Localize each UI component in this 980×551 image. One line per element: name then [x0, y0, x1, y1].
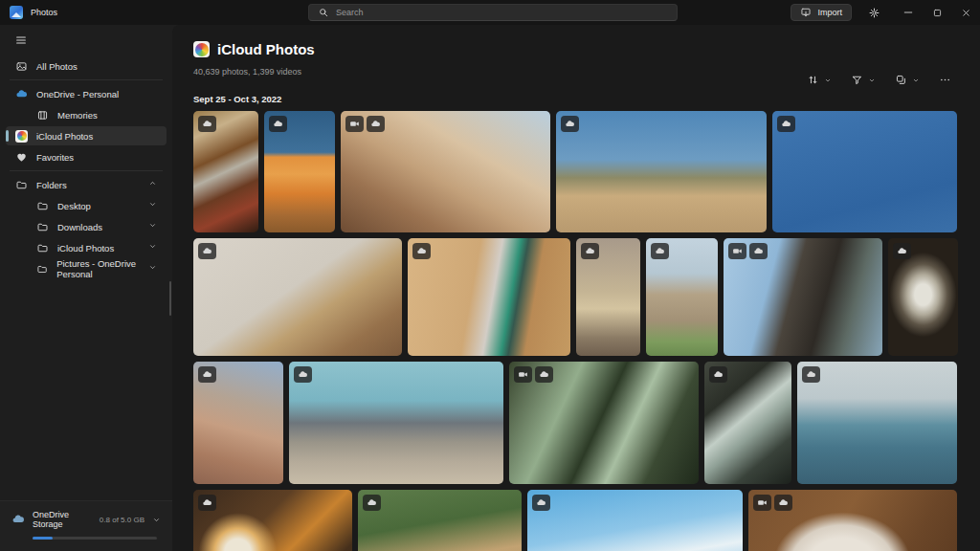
photo-thumbnail[interactable] — [797, 362, 957, 484]
sidebar-divider — [10, 79, 163, 80]
sidebar-item-desktop[interactable]: Desktop — [6, 196, 167, 215]
chevron-down-icon — [912, 77, 920, 84]
cloud-icon — [713, 369, 724, 380]
chevron-down-icon[interactable] — [148, 263, 157, 272]
import-button[interactable]: Import — [791, 4, 852, 21]
navigation-menu-button[interactable] — [8, 29, 34, 52]
sidebar-item-folders[interactable]: Folders — [6, 175, 167, 194]
photo-thumbnail[interactable] — [408, 238, 570, 356]
photo-thumbnail[interactable] — [264, 111, 335, 232]
sidebar-navigation: All PhotosOneDrive - PersonalMemoriesiCl… — [0, 55, 172, 279]
minimize-button[interactable] — [894, 0, 923, 25]
photo-row — [193, 111, 958, 232]
library-counts: 40,639 photos, 1,399 videos — [193, 67, 301, 77]
chevron-down-icon — [148, 263, 157, 272]
chevron-up-icon[interactable] — [148, 179, 157, 187]
cloud-sync-badge — [802, 366, 820, 383]
sidebar-item-icloud-photos[interactable]: iCloud Photos — [6, 238, 167, 257]
sidebar-item-label: iCloud Photos — [57, 243, 114, 253]
photo-badges — [532, 495, 550, 511]
sidebar-item-label: Memories — [57, 110, 98, 121]
sidebar-item-label: iCloud Photos — [36, 131, 93, 142]
photo-thumbnail[interactable] — [193, 490, 352, 551]
filter-icon — [851, 74, 863, 86]
video-badge — [345, 116, 364, 132]
chevron-down-icon[interactable] — [152, 516, 161, 524]
photo-thumbnail[interactable] — [193, 238, 402, 356]
photo-thumbnail[interactable] — [556, 111, 767, 232]
chevron-down-icon — [148, 221, 157, 230]
filter-button[interactable] — [847, 71, 880, 89]
photos-app-icon — [10, 6, 23, 19]
photo-badges — [802, 366, 820, 383]
cloud-icon — [585, 246, 595, 256]
search-input[interactable]: Search — [308, 4, 678, 21]
video-badge — [514, 366, 532, 383]
cloud-icon — [781, 119, 791, 129]
cloud-icon — [202, 369, 212, 380]
chevron-down-icon — [824, 77, 832, 84]
maximize-button[interactable] — [923, 0, 951, 25]
sort-button[interactable] — [803, 71, 835, 89]
photo-thumbnail[interactable] — [888, 238, 958, 356]
close-icon — [961, 8, 971, 18]
photo-thumbnail[interactable] — [289, 362, 503, 484]
video-icon — [518, 369, 528, 380]
sidebar-scrollbar[interactable] — [169, 281, 171, 316]
cloud-sync-badge — [198, 116, 216, 132]
import-icon — [800, 7, 812, 18]
photo-row — [193, 490, 958, 551]
sort-icon — [807, 74, 819, 86]
selection-indicator — [6, 130, 9, 142]
chevron-up-icon — [148, 179, 157, 187]
onedrive-storage-card: OneDrive Storage 0.8 of 5.0 GB — [0, 500, 172, 551]
photo-thumbnail[interactable] — [509, 362, 699, 484]
content-area: iCloud Photos 40,639 photos, 1,399 video… — [172, 25, 980, 551]
cloud-sync-badge — [294, 366, 312, 383]
sidebar-item-favorites[interactable]: Favorites — [6, 147, 167, 166]
sidebar-item-pictures-onedrive-personal[interactable]: Pictures - OneDrive Personal — [6, 259, 167, 278]
sidebar-item-label: Desktop — [57, 201, 91, 211]
more-options-button[interactable] — [935, 71, 955, 89]
photo-badges — [561, 116, 579, 132]
chevron-down-icon[interactable] — [148, 221, 157, 230]
chevron-down-icon[interactable] — [148, 200, 157, 209]
photo-thumbnail[interactable] — [193, 111, 258, 232]
sidebar-item-label: Folders — [36, 180, 67, 190]
photo-badges — [198, 243, 216, 259]
photo-badges — [893, 243, 911, 259]
import-label: Import — [817, 8, 842, 17]
photo-thumbnail[interactable] — [772, 111, 957, 232]
photo-thumbnail[interactable] — [704, 362, 791, 484]
storage-usage: 0.8 of 5.0 GB — [100, 516, 145, 524]
cloud-sync-badge — [412, 243, 431, 259]
icloud-photos-icon — [193, 41, 210, 57]
photo-badges — [412, 243, 431, 259]
sidebar-item-downloads[interactable]: Downloads — [6, 217, 167, 236]
folder-icon — [36, 221, 49, 233]
minimize-icon — [902, 7, 914, 18]
chevron-down-icon[interactable] — [148, 242, 157, 251]
photo-thumbnail[interactable] — [576, 238, 640, 356]
sidebar-item-onedrive-personal[interactable]: OneDrive - Personal — [6, 84, 167, 103]
photo-badges — [294, 366, 312, 383]
photo-thumbnail[interactable] — [193, 362, 283, 484]
cloud-sync-badge — [532, 495, 550, 511]
photo-thumbnail[interactable] — [748, 490, 957, 551]
page-title: iCloud Photos — [217, 41, 315, 57]
close-button[interactable] — [951, 0, 980, 25]
photo-badges — [198, 116, 216, 132]
cloud-sync-badge — [581, 243, 599, 259]
photo-thumbnail[interactable] — [527, 490, 743, 551]
sidebar-item-memories[interactable]: Memories — [6, 105, 167, 124]
settings-button[interactable] — [863, 3, 884, 22]
sidebar-item-icloud-photos[interactable]: iCloud Photos — [6, 126, 167, 145]
photo-thumbnail[interactable] — [724, 238, 882, 356]
photo-thumbnail[interactable] — [646, 238, 718, 356]
photo-thumbnail[interactable] — [341, 111, 550, 232]
photo-thumbnail[interactable] — [358, 490, 522, 551]
photo-badges — [198, 366, 216, 383]
multi-select-button[interactable] — [891, 71, 924, 89]
sidebar-item-all-photos[interactable]: All Photos — [6, 56, 167, 76]
onedrive-cloud-icon — [11, 513, 25, 526]
